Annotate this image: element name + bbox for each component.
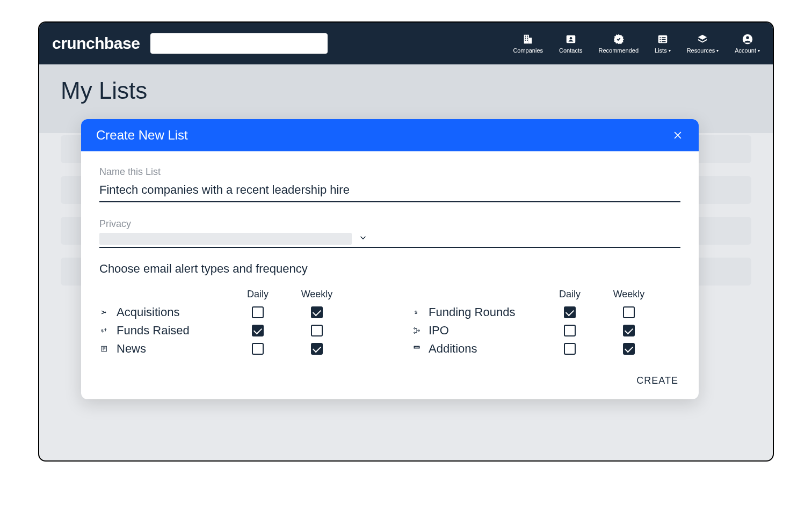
svg-text:$: $: [101, 328, 104, 333]
svg-rect-15: [659, 41, 661, 42]
checkbox-funds-raised-daily[interactable]: [252, 325, 264, 336]
chevron-down-icon: [358, 233, 368, 245]
alert-label: Funds Raised: [117, 324, 190, 338]
news-icon: [99, 343, 110, 354]
svg-rect-13: [659, 39, 661, 40]
modal-body: Name this List Privacy Choose email aler…: [81, 151, 699, 399]
svg-point-27: [414, 328, 416, 330]
svg-point-29: [418, 330, 420, 332]
svg-rect-3: [527, 36, 528, 37]
svg-point-18: [746, 36, 749, 40]
brand-logo: crunchbase: [52, 34, 140, 53]
alert-row-news: News: [99, 342, 368, 356]
create-button[interactable]: CREATE: [634, 372, 680, 390]
nav-label: Lists: [655, 47, 667, 54]
badge-icon: [613, 33, 625, 45]
freq-header-daily: Daily: [228, 289, 287, 300]
list-name-input[interactable]: [99, 181, 680, 202]
nav-lists[interactable]: Lists▾: [655, 33, 671, 54]
freq-header-weekly: Weekly: [599, 289, 658, 300]
nav-contacts[interactable]: Contacts: [559, 33, 582, 54]
freq-header-weekly: Weekly: [287, 289, 346, 300]
nav-label: Companies: [513, 47, 543, 54]
dollar-up-icon: $: [99, 325, 110, 336]
svg-rect-11: [659, 37, 661, 38]
alert-label: IPO: [429, 324, 449, 338]
svg-rect-16: [662, 41, 665, 42]
checkbox-ipo-daily[interactable]: [564, 325, 576, 336]
svg-rect-14: [662, 39, 665, 40]
alerts-heading: Choose email alert types and frequency: [99, 262, 680, 276]
alert-label: Additions: [429, 342, 477, 356]
list-icon: [657, 33, 669, 45]
svg-text:NEW: NEW: [415, 347, 419, 349]
checkbox-news-weekly[interactable]: [311, 343, 323, 355]
alert-row-funds-raised: $ Funds Raised: [99, 324, 368, 338]
checkbox-funding-rounds-daily[interactable]: [564, 306, 576, 318]
alert-label: Funding Rounds: [429, 305, 515, 319]
nav-recommended[interactable]: Recommended: [598, 33, 639, 54]
alerts-column-left: Daily Weekly Acquisitions $: [99, 289, 368, 360]
name-field-label: Name this List: [99, 166, 680, 178]
checkbox-news-daily[interactable]: [252, 343, 264, 355]
alert-row-acquisitions: Acquisitions: [99, 305, 368, 319]
modal-title: Create New List: [96, 128, 188, 143]
nav-label: Contacts: [559, 47, 582, 54]
contact-card-icon: [565, 33, 577, 45]
modal-header: Create New List: [81, 119, 699, 151]
nav-items: Companies Contacts Recommended Lists▾: [513, 33, 760, 54]
checkbox-funding-rounds-weekly[interactable]: [623, 306, 635, 318]
privacy-value-placeholder: [99, 233, 352, 245]
checkbox-acquisitions-daily[interactable]: [252, 306, 264, 318]
nav-label: Recommended: [598, 47, 639, 54]
navbar: crunchbase Companies Contacts Recomm: [39, 23, 773, 64]
checkbox-additions-weekly[interactable]: [623, 343, 635, 355]
merge-icon: [99, 307, 110, 318]
svg-text:$: $: [415, 310, 418, 315]
svg-rect-1: [529, 38, 532, 43]
close-button[interactable]: [672, 129, 684, 141]
svg-rect-5: [527, 38, 528, 39]
search-input[interactable]: [150, 33, 328, 54]
nav-companies[interactable]: Companies: [513, 33, 543, 54]
privacy-select[interactable]: [99, 233, 680, 248]
chevron-down-icon: ▾: [716, 48, 719, 53]
dollar-icon: $: [411, 307, 422, 318]
create-list-modal: Create New List Name this List Privacy C…: [81, 119, 699, 399]
svg-rect-7: [527, 40, 528, 41]
svg-rect-2: [525, 36, 526, 37]
checkbox-ipo-weekly[interactable]: [623, 325, 635, 336]
checkbox-funds-raised-weekly[interactable]: [311, 325, 323, 336]
alert-label: News: [117, 342, 146, 356]
alerts-grid: Daily Weekly Acquisitions $: [99, 289, 680, 360]
checkbox-acquisitions-weekly[interactable]: [311, 306, 323, 318]
app-frame: crunchbase Companies Contacts Recomm: [38, 21, 774, 462]
svg-rect-6: [525, 40, 526, 41]
alert-row-funding-rounds: $ Funding Rounds: [411, 305, 680, 319]
nav-label: Resources: [687, 47, 715, 54]
svg-rect-12: [662, 37, 665, 38]
svg-point-28: [414, 332, 416, 334]
user-icon: [742, 33, 753, 45]
alert-row-ipo: IPO: [411, 324, 680, 338]
close-icon: [672, 130, 683, 141]
chevron-down-icon: ▾: [758, 48, 760, 53]
layers-icon: [697, 33, 708, 45]
building-icon: [522, 33, 534, 45]
svg-rect-4: [525, 38, 526, 39]
nav-label: Account: [735, 47, 756, 54]
svg-point-9: [569, 37, 572, 40]
svg-rect-0: [524, 35, 529, 44]
alert-row-additions: NEW Additions: [411, 342, 680, 356]
privacy-field-label: Privacy: [99, 218, 680, 230]
page-title: My Lists: [61, 77, 751, 104]
freq-header-daily: Daily: [540, 289, 599, 300]
nav-account[interactable]: Account▾: [735, 33, 760, 54]
alert-label: Acquisitions: [117, 305, 179, 319]
checkbox-additions-daily[interactable]: [564, 343, 576, 355]
ipo-icon: [411, 325, 422, 336]
alerts-column-right: Daily Weekly $ Funding Rounds: [411, 289, 680, 360]
chevron-down-icon: ▾: [669, 48, 671, 53]
new-badge-icon: NEW: [411, 343, 422, 354]
nav-resources[interactable]: Resources▾: [687, 33, 719, 54]
